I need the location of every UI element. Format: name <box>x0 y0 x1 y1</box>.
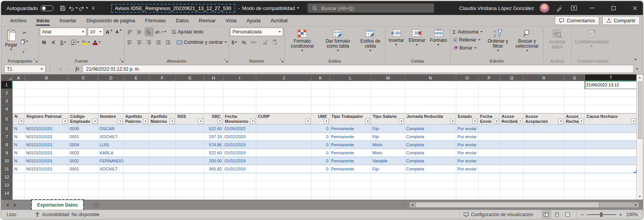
grid-cell[interactable]: 0005 <box>69 125 98 133</box>
currency-button[interactable]: $ <box>230 38 239 46</box>
grid-cell[interactable] <box>478 81 500 89</box>
grid-cell[interactable]: Por enviar <box>456 165 478 173</box>
grid-cell[interactable] <box>564 149 585 157</box>
grid-cell[interactable]: LUIS <box>98 141 124 149</box>
grid-cell[interactable] <box>149 81 176 89</box>
table-header-2[interactable]: CódigoEmpleado <box>69 113 98 125</box>
grid-cell[interactable] <box>500 165 524 173</box>
grid-cell[interactable] <box>456 181 478 189</box>
save-icon[interactable] <box>58 3 67 13</box>
grid-cell[interactable] <box>478 181 500 189</box>
grid-cell[interactable]: 0001 <box>69 165 98 173</box>
autosave-control[interactable]: Autoguardado <box>7 5 54 11</box>
grid-cell[interactable]: 0 <box>311 165 330 173</box>
grid-cell[interactable]: 522.60 <box>204 149 223 157</box>
row-header-9[interactable]: 9 <box>1 149 13 157</box>
grid-cell[interactable] <box>256 97 311 105</box>
grid-cell[interactable] <box>124 141 149 149</box>
zoom-out-button[interactable]: − <box>581 212 584 218</box>
table-header-3[interactable]: Nombre <box>98 113 124 125</box>
inking-pen-icon[interactable] <box>555 3 564 13</box>
grid-cell[interactable] <box>564 97 585 105</box>
shrink-font-button[interactable]: A <box>115 28 123 36</box>
wrap-text-button[interactable]: Ajustar texto <box>170 28 204 36</box>
grid-cell[interactable] <box>124 189 149 197</box>
qat-overflow-button[interactable] <box>89 3 98 13</box>
grid-cell[interactable] <box>69 97 98 105</box>
accessibility-status[interactable]: Accesibilidad: No disponible <box>31 212 103 217</box>
grid-cell[interactable] <box>524 105 564 113</box>
row-header-8[interactable]: 8 <box>1 141 13 149</box>
align-right-button[interactable] <box>145 38 153 46</box>
grid-cell[interactable] <box>204 89 223 97</box>
grid-cell[interactable] <box>456 81 478 89</box>
grid-cell[interactable]: 01/01/2019 <box>223 141 256 149</box>
grid-cell[interactable]: 0 <box>311 125 330 133</box>
undo-button[interactable] <box>68 3 78 13</box>
grid-cell[interactable]: Por enviar <box>456 125 478 133</box>
filter-button[interactable] <box>558 119 563 124</box>
ribbon-tab-revisar[interactable]: Revisar <box>194 15 221 26</box>
grid-cell[interactable]: 0 <box>311 141 330 149</box>
cancel-button[interactable]: ✕ <box>57 65 64 73</box>
grid-cell[interactable] <box>564 105 585 113</box>
grid-cell[interactable]: Mixto <box>371 141 405 149</box>
grid-cell[interactable]: 200.00 <box>204 157 223 165</box>
grid-cell[interactable] <box>176 81 204 89</box>
grid-cell[interactable]: Permanente <box>330 133 371 141</box>
table-header-13[interactable]: Jornada Reducida <box>405 113 456 125</box>
grid-cell[interactable]: Fijo <box>371 165 405 173</box>
row-header-14[interactable]: 14 <box>1 189 13 197</box>
table-header-19[interactable]: Causa Rechazo <box>585 113 636 125</box>
grid-cell[interactable] <box>149 165 176 173</box>
grid-cell[interactable]: 01/01/2019 <box>223 165 256 173</box>
share-button[interactable]: Compartir <box>602 16 640 25</box>
grid-cell[interactable]: 02/02/2020 <box>223 133 256 141</box>
grid-cell[interactable] <box>311 173 330 181</box>
view-normal-button[interactable] <box>541 210 551 219</box>
grid-cell[interactable] <box>124 149 149 157</box>
grid-cell[interactable]: 0 <box>311 133 330 141</box>
grid-cell[interactable] <box>500 125 524 133</box>
grid-cell[interactable]: N <box>13 141 25 149</box>
filter-button[interactable] <box>92 119 97 124</box>
row-header-10[interactable]: 10 <box>1 157 13 165</box>
filter-button[interactable] <box>494 119 499 124</box>
filter-button[interactable] <box>472 119 477 124</box>
grid-cell[interactable] <box>456 189 478 197</box>
decrease-indent-button[interactable] <box>154 38 163 46</box>
column-header-K[interactable]: K <box>311 74 330 81</box>
grid-cell[interactable]: N0101010101 <box>25 165 69 173</box>
grid-cell[interactable] <box>585 189 636 197</box>
grid-cell[interactable] <box>524 133 564 141</box>
grid-cell[interactable]: 0002 <box>69 157 98 165</box>
filter-button[interactable] <box>198 119 203 124</box>
grid-cell[interactable]: Permanente <box>330 125 371 133</box>
row-header-3[interactable]: 3 <box>1 97 13 105</box>
display-settings-button[interactable]: Configuración de visualización <box>459 210 537 219</box>
grid-cell[interactable] <box>256 105 311 113</box>
grid-cell[interactable] <box>149 173 176 181</box>
vertical-scrollbar[interactable] <box>636 74 643 200</box>
column-header-H[interactable]: H <box>204 74 223 81</box>
grid-cell[interactable] <box>371 189 405 197</box>
column-header-T[interactable]: T <box>585 74 636 81</box>
row-header-4[interactable]: 4 <box>1 105 13 113</box>
table-header-17[interactable]: AcuseAceptación <box>524 113 564 125</box>
number-format-select[interactable]: Personalizada <box>230 28 283 36</box>
grid-cell[interactable] <box>124 89 149 97</box>
grid-cell[interactable] <box>176 141 204 149</box>
table-header-7[interactable]: SBC <box>204 113 223 125</box>
table-header-0[interactable]: N <box>13 113 25 125</box>
grid-cell[interactable] <box>69 105 98 113</box>
grid-cell[interactable] <box>149 181 176 189</box>
grid-cell[interactable] <box>204 173 223 181</box>
column-header-L[interactable]: L <box>330 74 371 81</box>
grid-cell[interactable] <box>98 97 124 105</box>
table-header-6[interactable]: NSS <box>176 113 204 125</box>
grid-cell[interactable] <box>149 189 176 197</box>
grid-cell[interactable] <box>13 97 25 105</box>
grid-cell[interactable] <box>13 105 25 113</box>
formula-bar-splitter[interactable]: ⋮ <box>46 66 55 72</box>
grid-cell[interactable]: XOCHILT <box>98 165 124 173</box>
